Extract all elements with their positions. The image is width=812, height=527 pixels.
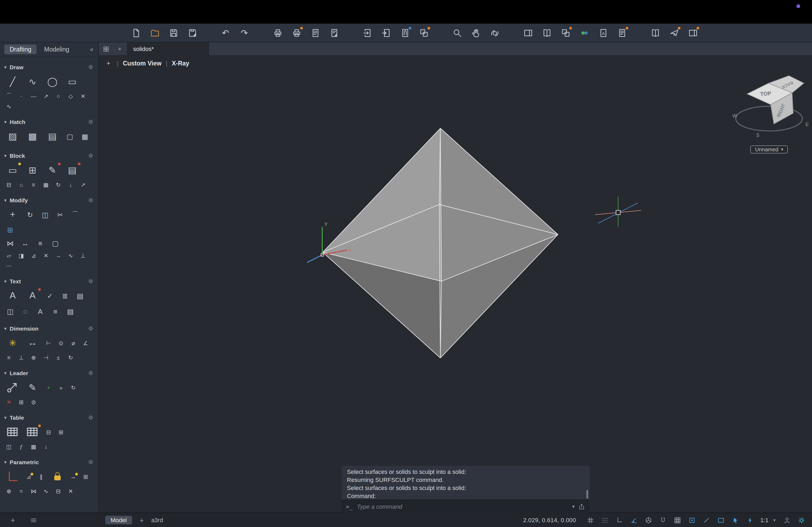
parametric-section-header[interactable]: ▾Parametric	[0, 457, 98, 467]
new-drawing-tab-button[interactable]: +	[113, 42, 127, 55]
pan-icon[interactable]	[469, 26, 483, 39]
auto-constrain-tool[interactable]: ⊿	[24, 472, 34, 481]
divide-tool[interactable]: ⋯	[4, 261, 14, 270]
offset-tool[interactable]: ≡	[34, 238, 47, 249]
diameter-dimension-tool[interactable]: ⌀	[68, 338, 78, 347]
isometric-drafting-icon[interactable]	[643, 515, 654, 525]
rotate-tool[interactable]: ↻	[24, 209, 37, 220]
arrange-leaders-tool[interactable]: ↻	[68, 383, 78, 392]
zoom-icon[interactable]	[450, 26, 464, 39]
quick-dimension-tool[interactable]: ✳	[4, 335, 21, 351]
spline-tool[interactable]: ∿	[4, 102, 14, 110]
snap-mode-icon[interactable]	[599, 515, 610, 525]
add-layout-button[interactable]: +	[140, 516, 144, 524]
baseline-dimension-tool[interactable]: ≡	[4, 353, 14, 362]
compass-east-label[interactable]: E	[806, 122, 809, 127]
dimension-section-header[interactable]: ▾Dimension	[0, 323, 98, 334]
properties-inspector-icon[interactable]	[686, 26, 700, 39]
dimension-break-tool[interactable]: ⊣	[41, 353, 51, 362]
section-collapse-icon[interactable]: ▾	[4, 326, 6, 331]
content-browser-icon[interactable]	[540, 26, 554, 39]
palette-collapse-button[interactable]: «	[85, 46, 98, 53]
insert-row-tool[interactable]: ⊟	[44, 428, 54, 436]
reference-manager-icon[interactable]	[615, 26, 629, 39]
object-groups-icon[interactable]	[577, 26, 591, 39]
multileader-tool[interactable]	[4, 379, 21, 395]
mirror-tool[interactable]: ⋈	[4, 238, 17, 249]
gradient-tool[interactable]: ▤	[44, 128, 61, 144]
hatch-tool[interactable]: ▨	[4, 128, 21, 144]
plot-icon[interactable]	[271, 26, 285, 39]
annotation-scale-caret-icon[interactable]: ▾	[773, 517, 775, 523]
text-section-header[interactable]: ▾Text	[0, 276, 98, 287]
justify-text-tool[interactable]: ≣	[59, 290, 71, 301]
annotative-text-tool[interactable]: ≡	[49, 306, 62, 317]
define-attributes-tool[interactable]: ≡	[28, 180, 39, 189]
attach-tool[interactable]: ⊟	[4, 180, 14, 189]
object-snap-tracking-icon[interactable]	[686, 515, 697, 525]
block-section-header[interactable]: ▾Block	[0, 150, 98, 161]
section-collapse-icon[interactable]: ▾	[4, 153, 6, 158]
lock-constraint-tool[interactable]	[48, 468, 66, 485]
dimension-settings-gear-icon[interactable]	[88, 325, 94, 332]
viewport-visual-style-control[interactable]: X-Ray	[172, 60, 189, 66]
copy-tool[interactable]: ◫	[39, 209, 52, 220]
construction-line-tool[interactable]: ―	[28, 92, 39, 100]
pdf-text-tool[interactable]: ▤	[74, 290, 86, 301]
viewport[interactable]: + | Custom View | X-Ray Y ✕	[99, 55, 812, 513]
merge-cells-tool[interactable]: ◫	[4, 442, 14, 451]
viewport-view-control[interactable]: Custom View	[123, 60, 161, 66]
settings-gear-icon[interactable]	[796, 515, 807, 525]
export-table-tool[interactable]: ↓	[41, 442, 51, 451]
etransmit-icon[interactable]	[360, 26, 374, 39]
angular-dimension-tool[interactable]: ∠	[81, 338, 91, 347]
section-collapse-icon[interactable]: ▾	[4, 460, 6, 465]
undo-icon[interactable]: ↶	[219, 26, 233, 39]
octahedron-model[interactable]	[99, 55, 812, 513]
section-collapse-icon[interactable]: ▾	[4, 119, 6, 124]
sheet-set-icon[interactable]	[648, 26, 662, 39]
ellipse-tool[interactable]: ○	[53, 92, 63, 100]
grid-display-icon[interactable]	[585, 515, 596, 525]
named-view-dropdown[interactable]: Unnamed ▾	[750, 146, 788, 153]
import-text-tool[interactable]: ▤	[64, 306, 77, 317]
ray-tool[interactable]: ↗	[41, 92, 51, 100]
publish-icon[interactable]	[289, 26, 303, 39]
text-columns-tool[interactable]: ◫	[4, 306, 17, 317]
solid-hatch-tool[interactable]: ▩	[24, 128, 41, 144]
modify-section-header[interactable]: ▾Modify	[0, 195, 98, 206]
parallel-constraint-tool[interactable]: ∥	[36, 472, 46, 481]
align-leaders-tool[interactable]: »	[56, 383, 66, 392]
open-file-icon[interactable]	[148, 26, 162, 39]
polyline-tool[interactable]: ∿	[24, 74, 41, 90]
symmetric-constraint-tool[interactable]: ⋈	[28, 487, 39, 495]
update-dimension-tool[interactable]: ↻	[66, 353, 76, 362]
layer-states-icon[interactable]	[559, 26, 572, 39]
stretch-tool[interactable]: ↔	[19, 238, 32, 249]
break-tool[interactable]: ✕	[78, 92, 88, 100]
rectangle-tool[interactable]: ▭	[63, 74, 81, 90]
object-snap-icon[interactable]	[657, 515, 668, 525]
section-collapse-icon[interactable]: ▾	[4, 198, 6, 202]
explode-tool[interactable]: ▱	[4, 251, 14, 260]
attach-reference-icon[interactable]	[398, 26, 412, 39]
sync-attributes-tool[interactable]: ↻	[53, 180, 63, 189]
command-dropdown-caret-icon[interactable]: ▾	[572, 504, 575, 509]
dimensional-constraint-tool[interactable]: ↔	[68, 472, 78, 481]
tolerance-tool[interactable]: ±	[53, 353, 63, 362]
arc-tool[interactable]: ⌒	[4, 92, 14, 100]
block-settings-gear-icon[interactable]	[88, 152, 94, 159]
tab-modeling[interactable]: Modeling	[39, 45, 75, 54]
break-at-point-tool[interactable]: ✕	[41, 251, 51, 260]
cell-formula-tool[interactable]: ƒ	[16, 442, 26, 451]
model-tab[interactable]: Model	[105, 516, 132, 524]
insert-table-tool[interactable]	[4, 424, 21, 440]
scale-text-tool[interactable]: A	[34, 306, 47, 317]
line-tool[interactable]: ╱	[4, 74, 21, 90]
share-icon[interactable]	[667, 26, 681, 39]
aligned-dimension-tool[interactable]: ⊢	[44, 338, 54, 347]
section-collapse-icon[interactable]: ▾	[4, 371, 6, 375]
table-settings-gear-icon[interactable]	[88, 414, 94, 421]
align-tool[interactable]: ⊿	[28, 251, 39, 260]
add-leader-tool[interactable]: +	[44, 383, 54, 392]
